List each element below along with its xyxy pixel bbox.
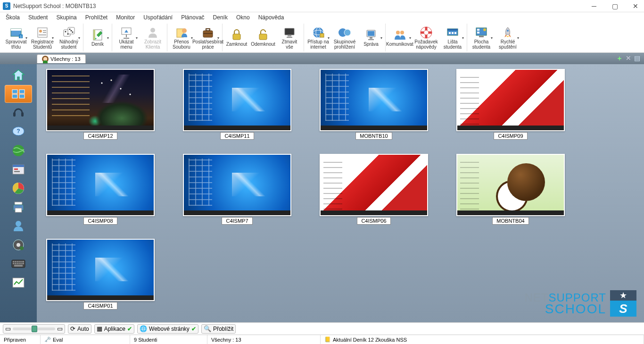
thumbnail-label: C4ISMP09 [494,132,527,140]
toolbar-people[interactable]: Komunikovat▾ [388,24,412,52]
menu-plánovač[interactable]: Plánovač [177,13,208,22]
toolbar-label: Ukázatmenu [119,39,133,50]
group-props-icon[interactable]: ▤ [634,54,640,63]
toolbar-label: Poslat/sesbíratpráce [192,39,223,50]
svg-rect-62 [19,94,25,98]
menu-skupina[interactable]: Skupina [52,13,80,22]
svg-rect-87 [22,261,24,262]
toolbar-toolbar[interactable]: Lištastudenta▾ [440,24,465,52]
monitor-small-icon: ▭ [5,325,11,332]
maximize-button[interactable]: ▢ [609,2,620,10]
toolbar-label: Ztmavitvše [282,39,297,50]
sidebar-home[interactable] [5,66,32,84]
toolbar-label: Plochastudenta [472,39,490,50]
toolbar-register[interactable]: RegistraceStudentů▾ [30,24,55,52]
menu-prohlížet[interactable]: Prohlížet [82,13,111,22]
toolbar-monitor[interactable]: Ztmavitvše [277,24,302,52]
dropdown-arrow-icon: ▾ [380,36,382,40]
menu-bar: ŠkolaStudentSkupinaProhlížetMonitorUspoř… [0,12,644,23]
toolbar-icon [446,26,459,39]
people-icon [393,28,406,42]
briefcase-icon [201,26,215,39]
student-thumbnail[interactable]: C4ISMP11 [183,69,291,140]
sidebar-qa[interactable]: ? [5,123,32,141]
toolbar-label: Požadaveknápovědy [414,39,438,50]
close-button[interactable]: ✕ [630,2,641,10]
svg-rect-70 [14,168,18,170]
toolbar-ribbon: SSpravovattřídu▾RegistraceStudentů▾Náhod… [0,23,644,53]
svg-point-44 [400,31,404,34]
add-group-icon[interactable]: ＋ [616,54,623,63]
student-thumbnail[interactable]: C4ISMP06 [320,154,428,225]
sidebar-devices[interactable] [5,236,32,254]
applications-button[interactable]: ▦ Aplikace ✔ [94,324,134,334]
thumbnail-screen [456,154,565,216]
thumbnail-screen [183,154,291,216]
toolbar-cobrowse[interactable]: Skupinovéprohlížení [332,24,357,52]
menu-student[interactable]: Student [25,13,51,22]
app-icon: S [3,2,10,10]
auto-refresh-button[interactable]: ⟳ Auto [68,324,91,334]
sidebar-thumbnails[interactable] [5,85,32,103]
sidebar-assessment[interactable] [5,274,32,292]
menu-škola[interactable]: Škola [2,13,24,22]
toolbar-class[interactable]: SSpravovattřídu▾ [4,24,28,52]
sidebar-web[interactable] [5,142,32,159]
thumbnail-label: MOBNTB10 [355,132,392,140]
svg-rect-1 [11,29,21,31]
title-bar: S NetSupport School : MOBNTB13 ─ ▢ ✕ [0,0,644,12]
menu-deník[interactable]: Deník [209,13,231,22]
sidebar-print[interactable] [5,198,32,216]
student-thumbnail[interactable]: C4ISMP08 [46,154,155,225]
menu-okno[interactable]: Okno [232,13,254,22]
toolbar-briefcase[interactable]: Poslat/sesbíratpráce▾ [196,24,220,52]
toolbar-board[interactable]: Ukázatmenu▾ [114,24,139,52]
student-thumbnail[interactable]: C4ISMP12 [46,69,155,140]
toolbar-unlock[interactable]: Odemknout [251,24,275,52]
toolbar-label: Zamknout [226,42,247,47]
toolbar-pc[interactable]: Správa▾ [359,24,383,52]
thumbnail-label: C4ISMP7 [222,217,252,225]
remove-group-icon[interactable]: ✕ [626,54,631,63]
sidebar-apps[interactable] [5,160,32,178]
toolbar-journal[interactable]: Deník▾ [85,24,110,52]
toolbar-label: Komunikovat [386,42,413,47]
toolbar-desktop[interactable]: Plochastudenta▾ [469,24,494,52]
svg-rect-51 [454,32,456,34]
board-icon [120,26,133,39]
svg-rect-69 [13,165,24,167]
toolbar-globe[interactable]: Přístup nainternet▾ [306,24,330,52]
student-thumbnail[interactable]: C4ISMP09 [456,69,565,140]
thumbnail-screen [320,154,428,216]
thumbnail-screen [320,69,428,131]
svg-text:?: ? [17,128,20,134]
status-students: 9 Studenti [130,335,207,344]
register-icon [36,26,49,39]
sidebar-audio[interactable] [5,104,32,122]
dropdown-arrow-icon: ▾ [328,36,330,40]
svg-point-15 [71,30,72,31]
sidebar-im[interactable] [5,217,32,235]
sidebar-survey[interactable] [5,179,32,197]
student-thumbnail[interactable]: C4ISMP7 [183,154,291,225]
sidebar-typing[interactable] [5,255,32,273]
toolbar-dice[interactable]: Náhodnýstudent▾ [57,24,81,52]
menu-monitor[interactable]: Monitor [112,13,139,22]
toolbar-lock[interactable]: Zamknout [224,24,249,52]
student-thumbnail[interactable]: MOBNTB04 [456,154,565,225]
menu-nápověda[interactable]: Nápověda [255,13,288,22]
thumb-size-slider[interactable]: ▭ ▭ [3,324,65,334]
websites-button[interactable]: 🌐 Webové stránky ✔ [137,324,198,334]
tab-all-students[interactable]: Všechny : 13 [37,54,86,63]
svg-rect-94 [14,265,23,267]
toolbar-rocket[interactable]: Rychléspuštění▾ [495,24,520,52]
svg-point-79 [17,243,20,247]
zoom-button[interactable]: 🔍 Přoblížit [201,324,236,334]
student-thumbnail[interactable]: MOBNTB10 [320,69,428,140]
menu-uspořádání[interactable]: Uspořádání [140,13,176,22]
toolbar-lifebuoy[interactable]: Požadaveknápovědy [414,24,438,52]
minimize-button[interactable]: ─ [588,2,600,10]
student-thumbnail[interactable]: C4ISMP01 [46,239,155,310]
thumbnail-label: C4ISMP08 [83,217,117,225]
toolbar-file-user[interactable]: PřenosSouboru▾ [169,24,194,52]
